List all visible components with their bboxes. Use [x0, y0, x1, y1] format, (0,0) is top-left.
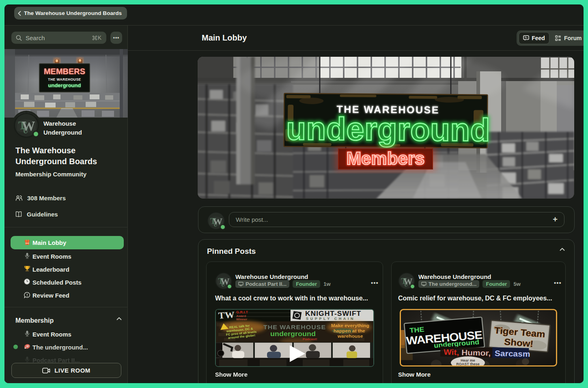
svg-text:TW: TW: [218, 309, 235, 321]
svg-text:Award: Award: [236, 314, 246, 318]
svg-text:Sarcasm: Sarcasm: [495, 349, 530, 358]
svg-text:Make everything: Make everything: [331, 323, 369, 328]
svg-text:THE WAREHOUSE: THE WAREHOUSE: [48, 77, 81, 81]
svg-text:underground: underground: [286, 110, 490, 148]
svg-text:MEMBERS: MEMBERS: [44, 67, 85, 76]
svg-text:Winner: Winner: [236, 317, 247, 321]
svg-text:happen at the: happen at the: [334, 328, 366, 333]
svg-text:Humor,: Humor,: [461, 348, 491, 358]
svg-text:underground: underground: [270, 330, 316, 338]
svg-text:Members: Members: [346, 148, 424, 168]
svg-text:Wit,: Wit,: [444, 348, 459, 357]
svg-text:warehouse: warehouse: [337, 333, 363, 339]
svg-text:THE WAREHOUSE: THE WAREHOUSE: [263, 324, 326, 330]
svg-text:G.R.I.T: G.R.I.T: [236, 310, 248, 314]
svg-text:KNIGHT-SWIFT: KNIGHT-SWIFT: [305, 310, 361, 317]
svg-text:Hear me: Hear me: [461, 358, 475, 362]
svg-text:underground: underground: [48, 82, 81, 88]
svg-text:SUPPLY CHAIN: SUPPLY CHAIN: [306, 317, 355, 321]
svg-text:Podcast!: Podcast!: [303, 337, 317, 341]
